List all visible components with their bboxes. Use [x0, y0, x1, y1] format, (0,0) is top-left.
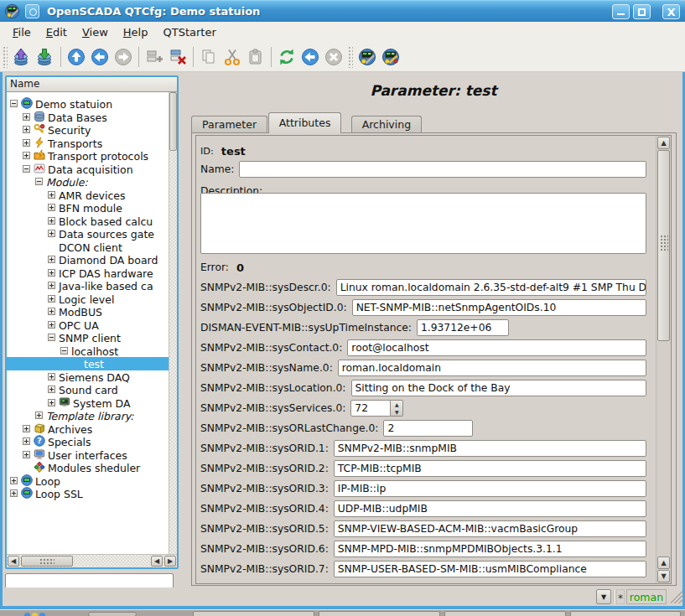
expand-icon[interactable] [23, 113, 30, 121]
tree-item-block-based-calcu[interactable]: Block based calcu [7, 215, 169, 228]
status-dropdown-button[interactable]: ▼ [596, 589, 611, 604]
taskbar-widget[interactable] [88, 612, 137, 616]
delete-item-button[interactable] [167, 46, 189, 68]
scroll-up-icon[interactable]: ▲ [657, 556, 670, 569]
menu-file[interactable]: File [5, 24, 39, 40]
taskbar-icon[interactable] [32, 613, 38, 616]
openscada-starter-button[interactable] [380, 46, 402, 68]
taskbar-window-button[interactable] [319, 611, 440, 616]
menu-edit[interactable]: Edit [39, 24, 75, 40]
tree-item-java-like-based-ca[interactable]: Java-like based ca [7, 279, 169, 292]
expand-icon[interactable] [48, 269, 55, 277]
attribute-value-field[interactable]: SNMP-USER-BASED-SM-MIB::usmMIBCompliance [334, 561, 646, 577]
back-button[interactable] [89, 46, 111, 68]
expand-icon[interactable] [48, 399, 55, 406]
tree-vertical-scrollbar[interactable] [169, 92, 177, 554]
resize-grip[interactable] [671, 591, 683, 603]
attribute-value-field[interactable]: SNMPv2-MIB::snmpMIB [334, 440, 646, 457]
collapse-icon[interactable] [35, 178, 43, 185]
taskbar-window-button[interactable] [570, 611, 681, 616]
toolbar-drag-handle[interactable] [348, 46, 353, 68]
form-vertical-scrollbar[interactable]: ▲ ▲ ▼ [656, 136, 670, 583]
load-from-db-button[interactable] [11, 46, 33, 68]
tab-attributes[interactable]: Attributes [268, 112, 342, 133]
tree-item-amr-devices[interactable]: AMR devices [7, 189, 169, 202]
expand-icon[interactable] [23, 126, 30, 133]
tree-item-dcon-client[interactable]: DCON client [7, 241, 169, 254]
attribute-value-field[interactable]: IP-MIB::ip [334, 480, 646, 497]
attribute-value-field[interactable]: SNMP-MPD-MIB::snmpMPDMIBObjects.3.1.1 [334, 541, 646, 557]
tree-item-localhost[interactable]: localhost [7, 344, 169, 358]
openscada-config-button[interactable] [356, 46, 378, 68]
taskbar-icon[interactable] [39, 613, 45, 616]
attribute-value-field[interactable]: 2 [383, 420, 473, 437]
scroll-down-icon[interactable]: ▼ [657, 570, 670, 582]
expand-icon[interactable] [10, 477, 18, 484]
spin-up-icon[interactable]: ▲ [391, 401, 402, 408]
up-button[interactable] [65, 46, 87, 68]
attribute-value-field[interactable]: 1.93712e+06 [417, 319, 509, 336]
scroll-left-icon[interactable]: ◀ [151, 556, 163, 567]
cut-button[interactable] [221, 46, 243, 68]
expand-icon[interactable] [35, 412, 43, 419]
attribute-value-field[interactable]: UDP-MIB::udpMIB [334, 500, 646, 517]
expand-icon[interactable] [48, 386, 55, 393]
tree-item-modules-sheduler[interactable]: Modules sheduler [7, 461, 169, 474]
tree-item-transports[interactable]: Transports [7, 137, 169, 150]
tree-item-loop[interactable]: Loop [7, 474, 169, 488]
form-vscroll-thumb[interactable] [657, 150, 670, 341]
tree-item-module[interactable]: Module: [7, 175, 169, 189]
tree-item-loop-ssl[interactable]: Loop SSL [7, 487, 169, 500]
collapse-icon[interactable] [48, 334, 55, 341]
refresh-button[interactable] [276, 46, 298, 68]
start-button[interactable] [299, 46, 321, 68]
expand-icon[interactable] [23, 437, 30, 445]
tree-item-data-bases[interactable]: Data Bases [7, 111, 169, 124]
desktop-taskbar[interactable] [0, 609, 685, 616]
attribute-value-field[interactable]: NET-SNMP-MIB::netSnmpAgentOIDs.10 [352, 299, 646, 316]
sticky-button[interactable] [25, 4, 39, 18]
expand-icon[interactable] [23, 139, 30, 147]
attribute-value-field[interactable]: SNMP-VIEW-BASED-ACM-MIB::vacmBasicGroup [334, 520, 646, 537]
expand-icon[interactable] [48, 373, 55, 380]
tree-item-system-da[interactable]: System DA [7, 396, 169, 410]
collapse-icon[interactable] [10, 100, 18, 107]
taskbar-icon[interactable] [24, 613, 30, 616]
toolbar-drag-handle[interactable] [3, 46, 8, 68]
tree-item-opc-ua[interactable]: OPC UA [7, 318, 169, 332]
tab-parameter[interactable]: Parameter [191, 116, 267, 133]
tree-item-template-library[interactable]: Template library: [7, 409, 169, 422]
attribute-value-field[interactable]: TCP-MIB::tcpMIB [334, 460, 646, 477]
tree-item-demo-statuion[interactable]: Demo statuion [7, 97, 169, 111]
expand-icon[interactable] [48, 308, 55, 315]
tree-item-snmp-client[interactable]: SNMP client [7, 331, 169, 344]
tree-item-specials[interactable]: ?Specials [7, 435, 169, 448]
expand-icon[interactable] [48, 217, 55, 225]
attribute-value-field[interactable]: 72 [350, 400, 391, 417]
tab-archiving[interactable]: Archiving [351, 116, 422, 133]
tree-item-transport-protocols[interactable]: Transport protocols [7, 149, 169, 163]
tree-item-user-interfaces[interactable]: User interfaces [7, 448, 169, 462]
paste-button[interactable] [245, 46, 267, 68]
expand-icon[interactable] [48, 256, 55, 263]
current-user-badge[interactable]: roman [626, 589, 667, 604]
tree-item-diamond-da-board[interactable]: Diamond DA board [7, 253, 169, 267]
attribute-value-field[interactable]: Sitting on the Dock of the Bay [351, 380, 646, 396]
expand-icon[interactable] [48, 295, 55, 303]
tree-item-security[interactable]: Security [7, 123, 169, 137]
tree-hscroll-thumb[interactable] [21, 556, 73, 567]
description-field[interactable] [200, 193, 646, 254]
menu-help[interactable]: Help [116, 24, 156, 40]
attribute-value-field[interactable]: Linux roman.localdomain 2.6.35-std-def-a… [336, 279, 646, 296]
expand-icon[interactable] [48, 230, 55, 237]
menu-view[interactable]: View [75, 24, 116, 40]
expand-icon[interactable] [48, 204, 55, 211]
tree-column-header[interactable]: Name [7, 77, 177, 92]
tree-item-test[interactable]: test [7, 357, 169, 370]
expand-icon[interactable] [23, 152, 30, 159]
maximize-button[interactable] [633, 4, 651, 19]
expand-icon[interactable] [10, 489, 18, 497]
titlebar[interactable]: OpenSCADA QTCfg: Demo statuion X [0, 0, 685, 22]
tree-item-modbus[interactable]: ModBUS [7, 305, 169, 318]
expand-icon[interactable] [48, 321, 55, 329]
